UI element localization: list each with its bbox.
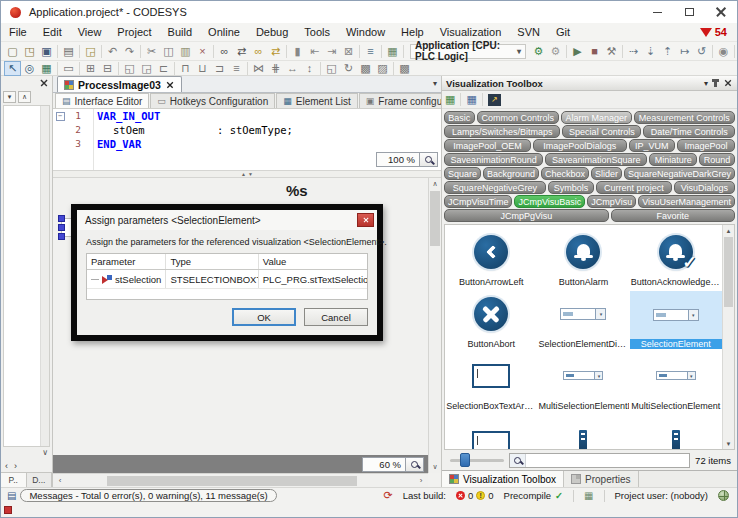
close-button[interactable] bbox=[705, 1, 737, 23]
vertical-slider-icon[interactable] bbox=[630, 413, 722, 450]
menu-item-svn[interactable]: SVN bbox=[509, 23, 548, 41]
category-date-time-controls[interactable]: Date/Time Controls bbox=[643, 125, 735, 138]
print-icon[interactable]: ▤ bbox=[60, 44, 77, 59]
multi-selection-element-direct-icon[interactable]: ▾MultiSelectionElementDirect bbox=[537, 351, 629, 413]
import-visualization-icon[interactable]: ▦ bbox=[466, 93, 476, 106]
scroll-left-icon[interactable]: ‹ bbox=[53, 476, 67, 485]
dialog-title-bar[interactable]: Assign parameters <SelectionElement> bbox=[77, 210, 377, 230]
canvas-horizontal-scrollbar[interactable]: ‹ › bbox=[53, 473, 428, 487]
category-basic[interactable]: Basic bbox=[444, 111, 475, 124]
background-icon[interactable]: ▨ bbox=[374, 61, 391, 76]
left-panel-tab-1[interactable]: D... bbox=[27, 473, 53, 487]
replace-objects-icon[interactable]: ⇄ bbox=[267, 44, 284, 59]
notification-funnel-icon[interactable] bbox=[700, 28, 712, 37]
rotate-icon[interactable]: ↻ bbox=[340, 61, 357, 76]
menu-item-help[interactable]: Help bbox=[393, 23, 432, 41]
align-left-icon[interactable]: ⊏ bbox=[155, 61, 172, 76]
button-acknowledge-alarm-icon[interactable]: ✓ButtonAcknowledgeAla... bbox=[630, 227, 722, 289]
prev-bookmark-icon[interactable]: ⇤ bbox=[306, 44, 323, 59]
zoom-mode-icon[interactable]: ◎ bbox=[21, 61, 38, 76]
multiply-icon[interactable]: ▩ bbox=[396, 61, 413, 76]
type-cell[interactable]: STSELECTIONBOXTYPE bbox=[165, 270, 257, 288]
button-abort-icon[interactable]: ButtonAbort bbox=[445, 289, 537, 351]
category-special-controls[interactable]: Special Controls bbox=[562, 125, 641, 138]
selection-box-text-array-icon[interactable]: SelectionBoxTextArray bbox=[445, 351, 537, 413]
category-checkbox[interactable]: Checkbox bbox=[541, 167, 589, 180]
scrollbar-thumb[interactable] bbox=[724, 237, 733, 307]
arrange-icon[interactable]: ≡ bbox=[228, 61, 245, 76]
messages-summary[interactable]: Messages - Total 0 error(s), 0 warning(s… bbox=[20, 489, 276, 502]
run-to-cursor-icon[interactable]: ↦ bbox=[676, 44, 693, 59]
menu-item-tools[interactable]: Tools bbox=[296, 23, 338, 41]
size-height-icon[interactable]: ↕ bbox=[301, 61, 318, 76]
slider-handle[interactable] bbox=[460, 453, 470, 467]
open-project-icon[interactable]: ◳ bbox=[21, 44, 38, 59]
value-cell[interactable]: PLC_PRG.stTextSelection bbox=[258, 270, 367, 288]
start-icon[interactable]: ▶ bbox=[569, 44, 586, 59]
category-squarenegativegrey[interactable]: SquareNegativeGrey bbox=[444, 181, 546, 194]
scroll-down-icon[interactable]: ∨ bbox=[429, 461, 441, 473]
notification-count[interactable]: 54 bbox=[715, 26, 727, 38]
login-icon[interactable]: ⚙ bbox=[530, 44, 547, 59]
editor-zoom-level[interactable]: 100 % bbox=[376, 152, 420, 167]
menu-item-online[interactable]: Online bbox=[200, 23, 248, 41]
panel-tab-properties[interactable]: Properties bbox=[564, 471, 639, 487]
scroll-down-icon[interactable]: ▼ bbox=[723, 438, 734, 449]
column-header-type[interactable]: Type bbox=[165, 254, 257, 269]
ok-button[interactable]: OK bbox=[232, 308, 296, 326]
selection-element-direct-icon[interactable]: ▾SelectionElementDirect bbox=[537, 289, 629, 351]
subtab-element-list[interactable]: ▦Element List bbox=[276, 93, 358, 108]
category-saveanimationround[interactable]: SaveanimationRound bbox=[444, 153, 543, 166]
category-jcmpvisu[interactable]: JCmpVisu bbox=[587, 195, 636, 208]
toolbox-search-input[interactable] bbox=[526, 454, 689, 467]
category-imagepool-oem[interactable]: ImagePool_OEM bbox=[444, 139, 531, 152]
toggle-breakpoint-icon[interactable]: ◉ bbox=[715, 44, 732, 59]
export-visualization-icon[interactable]: ▦ bbox=[445, 93, 455, 106]
code-line[interactable]: 2stOem: stOemType; bbox=[53, 123, 441, 137]
minimize-button[interactable] bbox=[641, 1, 673, 23]
left-panel-body[interactable] bbox=[3, 105, 50, 447]
paste-special-icon[interactable]: ◲ bbox=[82, 44, 99, 59]
cut-icon[interactable]: ✂ bbox=[143, 44, 160, 59]
category-round[interactable]: Round bbox=[699, 153, 735, 166]
frame-selection-icon[interactable]: ▭ bbox=[60, 61, 77, 76]
category-saveanimationsquare[interactable]: SaveanimationSquare bbox=[545, 153, 647, 166]
distribute-h-icon[interactable]: ⋈ bbox=[250, 61, 267, 76]
parameter-row[interactable]: stSelectionSTSELECTIONBOXTYPEPLC_PRG.stT… bbox=[87, 270, 367, 289]
menu-item-view[interactable]: View bbox=[70, 23, 110, 41]
selection-box-icon[interactable] bbox=[445, 413, 537, 450]
menu-item-edit[interactable]: Edit bbox=[35, 23, 70, 41]
next-bookmark-icon[interactable]: ⇥ bbox=[323, 44, 340, 59]
category-symbols[interactable]: Symbols bbox=[548, 181, 594, 194]
panel-dropdown-button[interactable]: ▾ bbox=[3, 91, 16, 103]
column-header-parameter[interactable]: Parameter bbox=[87, 254, 165, 269]
left-panel-tab-0[interactable]: P.. bbox=[1, 473, 27, 487]
interface-editor-code[interactable]: −1VAR_IN_OUT2stOem: stOemType;3END_VAR 1… bbox=[53, 109, 441, 171]
select-mode-icon[interactable]: ↖ bbox=[4, 61, 21, 76]
panel-menu-icon[interactable]: ▾ bbox=[704, 79, 708, 88]
size-width-icon[interactable]: ↔ bbox=[284, 61, 301, 76]
canvas-zoom-level[interactable]: 60 % bbox=[362, 457, 406, 472]
menu-item-debug[interactable]: Debug bbox=[248, 23, 296, 41]
menu-item-project[interactable]: Project bbox=[109, 23, 159, 41]
category-jcmpvisubasic[interactable]: JCmpVisuBasic bbox=[514, 195, 585, 208]
tab-list-dropdown-icon[interactable]: ▾ bbox=[433, 79, 437, 88]
category-squarenegativedarkgrey[interactable]: SquareNegativeDarkGrey bbox=[624, 167, 735, 180]
cancel-button[interactable]: Cancel bbox=[304, 308, 368, 326]
make-horizontal-icon[interactable]: ⊐ bbox=[211, 61, 228, 76]
button-alarm-icon[interactable]: ButtonAlarm bbox=[537, 227, 629, 289]
editor-splitter[interactable]: ▲▼ bbox=[53, 171, 441, 178]
category-jcmpvisutime[interactable]: JCmpVisuTime bbox=[444, 195, 512, 208]
maximize-button[interactable] bbox=[673, 1, 705, 23]
category-visudialogs[interactable]: VisuDialogs bbox=[674, 181, 735, 194]
category-alarm-manager[interactable]: Alarm Manager bbox=[561, 111, 632, 124]
category-miniature[interactable]: Miniature bbox=[649, 153, 697, 166]
tab-processimage03[interactable]: ProcessImage03 bbox=[57, 76, 182, 92]
active-application-selector[interactable]: Application [CPU: PLC Logic] ▾ bbox=[410, 44, 526, 59]
close-panel-icon[interactable] bbox=[41, 80, 48, 87]
step-into-icon[interactable]: ⇣ bbox=[642, 44, 659, 59]
menu-item-build[interactable]: Build bbox=[160, 23, 200, 41]
close-panel-icon[interactable] bbox=[725, 80, 732, 87]
distribute-v-icon[interactable]: ⋕ bbox=[267, 61, 284, 76]
tab-scroll-right-icon[interactable]: › bbox=[14, 461, 17, 471]
